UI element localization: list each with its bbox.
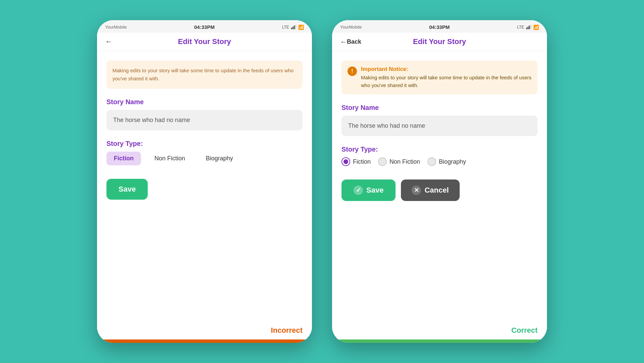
content-correct: ! Important Notice: Making edits to your… — [332, 51, 547, 323]
notice-title-correct: Important Notice: — [361, 66, 532, 73]
biography-btn-incorrect[interactable]: Biography — [198, 152, 240, 165]
phone-incorrect: YourMobile 04:33PM LTE 📶 ← Edit Your Sto… — [97, 20, 312, 343]
notice-content-correct: Important Notice: Making edits to your s… — [361, 66, 532, 89]
story-name-input-correct[interactable] — [341, 116, 538, 136]
bottom-bar-incorrect — [97, 339, 312, 343]
biography-radio-correct[interactable]: Biography — [427, 157, 466, 166]
save-icon-correct: ✓ — [354, 186, 363, 195]
network-label: LTE — [282, 25, 289, 30]
footer-correct: Correct — [332, 323, 547, 339]
back-arrow-correct[interactable]: ← — [340, 38, 347, 46]
back-text-correct[interactable]: Back — [347, 38, 361, 45]
phone-correct: YourMobile 04:33PM LTE 📶 ← Back Edit You… — [332, 20, 547, 343]
action-buttons-incorrect: Save — [106, 179, 303, 200]
fiction-btn-incorrect[interactable]: Fiction — [106, 152, 141, 165]
save-label-incorrect: Save — [119, 185, 136, 194]
nonfiction-radio-correct[interactable]: Non Fiction — [378, 157, 420, 166]
wifi-icon: 📶 — [298, 25, 304, 30]
status-icons-correct: LTE 📶 — [517, 25, 539, 30]
status-bar-incorrect: YourMobile 04:33PM LTE 📶 — [97, 20, 312, 33]
time-label-correct: 04:33PM — [429, 24, 450, 30]
story-name-label-correct: Story Name — [341, 104, 538, 112]
notice-banner-incorrect: Making edits to your story will take som… — [106, 61, 303, 89]
cancel-button-correct[interactable]: ✕ Cancel — [401, 179, 459, 201]
time-label: 04:33PM — [194, 24, 215, 30]
footer-incorrect: Incorrect — [97, 323, 312, 339]
verdict-correct: Correct — [511, 326, 538, 335]
cancel-icon-correct: ✕ — [412, 186, 421, 195]
page-title-incorrect: Edit Your Story — [178, 37, 231, 46]
notice-icon-text: ! — [351, 68, 353, 74]
fiction-radio-inner — [343, 159, 348, 164]
bottom-bar-correct — [332, 339, 547, 343]
carrier-label: YourMobile — [105, 25, 127, 30]
page-title-correct: Edit Your Story — [413, 37, 466, 46]
fiction-radio-label: Fiction — [353, 158, 371, 165]
network-label-correct: LTE — [517, 25, 524, 30]
wifi-icon-correct: 📶 — [533, 25, 539, 30]
save-label-correct: Save — [366, 186, 383, 195]
story-type-label-correct: Story Type: — [341, 146, 538, 153]
story-type-buttons-incorrect: Fiction Non Fiction Biography — [106, 152, 303, 165]
fiction-radio-circle — [341, 157, 350, 166]
story-type-radios-correct: Fiction Non Fiction Biography — [341, 157, 538, 166]
signal-icon — [291, 25, 296, 29]
carrier-label-correct: YourMobile — [340, 25, 362, 30]
fiction-radio-correct[interactable]: Fiction — [341, 157, 371, 166]
content-incorrect: Making edits to your story will take som… — [97, 51, 312, 323]
notice-banner-correct: ! Important Notice: Making edits to your… — [341, 61, 538, 94]
nonfiction-radio-label: Non Fiction — [389, 158, 420, 165]
nonfiction-radio-circle — [378, 157, 387, 166]
biography-radio-circle — [427, 157, 436, 166]
nonfiction-btn-incorrect[interactable]: Non Fiction — [147, 152, 192, 165]
notice-icon-correct: ! — [348, 67, 357, 76]
status-icons: LTE 📶 — [282, 25, 304, 30]
save-button-incorrect[interactable]: Save — [106, 179, 148, 200]
action-buttons-correct: ✓ Save ✕ Cancel — [341, 179, 538, 201]
status-bar-correct: YourMobile 04:33PM LTE 📶 — [332, 20, 547, 33]
nav-bar-correct: ← Back Edit Your Story — [332, 33, 547, 51]
signal-icon-correct — [526, 25, 531, 29]
story-name-input-incorrect[interactable] — [106, 110, 303, 130]
cancel-label-correct: Cancel — [424, 186, 449, 195]
story-type-label-incorrect: Story Type: — [106, 140, 303, 148]
notice-text-incorrect: Making edits to your story will take som… — [112, 68, 293, 81]
nav-bar-incorrect: ← Edit Your Story — [97, 33, 312, 51]
save-button-correct[interactable]: ✓ Save — [341, 179, 396, 201]
verdict-incorrect: Incorrect — [271, 326, 303, 335]
back-arrow-incorrect[interactable]: ← — [105, 37, 112, 46]
notice-text-correct: Making edits to your story will take som… — [361, 74, 532, 89]
story-name-label-incorrect: Story Name — [106, 98, 303, 106]
biography-radio-label: Biography — [439, 158, 466, 165]
